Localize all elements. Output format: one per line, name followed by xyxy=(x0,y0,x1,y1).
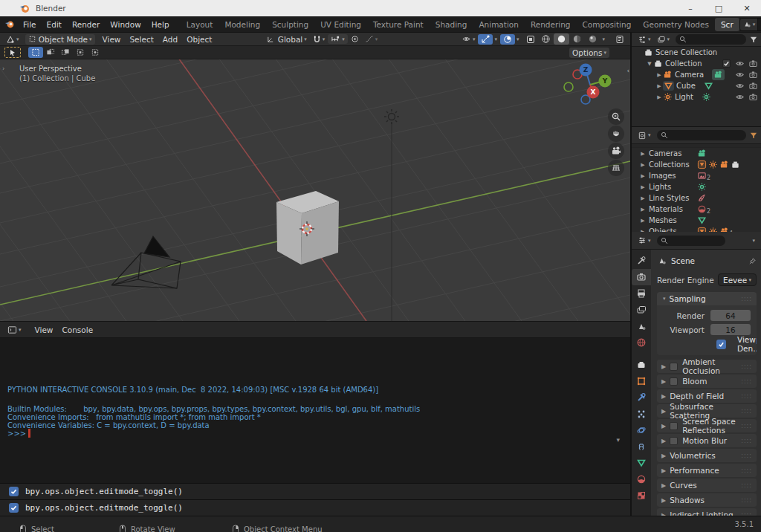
properties-tab-scene[interactable] xyxy=(632,318,651,334)
panel-grip-icon[interactable]: :::: xyxy=(741,497,752,504)
outliner-row-cube[interactable]: ▶Cube xyxy=(632,80,761,91)
render-visibility-icon[interactable] xyxy=(748,70,758,80)
panel-grip-icon[interactable]: :::: xyxy=(741,408,752,415)
proportional-falloff-button[interactable]: ▾ xyxy=(362,34,381,44)
info-log-entry[interactable]: bpy.ops.object.editmode_toggle() xyxy=(0,484,630,500)
light-data-icon-wrap[interactable] xyxy=(702,92,711,102)
expander-icon[interactable]: ▶ xyxy=(639,218,647,224)
workspace-tab-sculpting[interactable]: Sculpting xyxy=(266,18,314,31)
workspace-tab-shading[interactable]: Shading xyxy=(430,18,473,31)
visibility-eye-icon[interactable] xyxy=(735,81,745,91)
render-visibility-icon[interactable] xyxy=(748,92,758,102)
properties-tab-output[interactable] xyxy=(632,285,651,302)
console-prompt-row[interactable]: >>> xyxy=(7,429,30,438)
properties-tab-data[interactable] xyxy=(632,455,651,471)
app-menu-window[interactable]: Window xyxy=(105,19,146,30)
properties-tab-modifiers[interactable] xyxy=(632,389,651,406)
panel-checkbox[interactable] xyxy=(670,377,678,386)
outliner-row-light[interactable]: ▶Light xyxy=(632,91,761,103)
filter-funnel-icon[interactable] xyxy=(749,132,758,140)
expander-icon[interactable]: ▶ xyxy=(639,207,647,213)
mesh-data-icon-wrap[interactable] xyxy=(704,81,713,91)
shading-solid-button[interactable] xyxy=(554,33,569,45)
select-mode-extend-button[interactable] xyxy=(43,48,58,57)
maximize-button[interactable]: □ xyxy=(705,0,733,16)
properties-tab-texture[interactable] xyxy=(632,487,651,504)
panel-grip-icon[interactable]: :::: xyxy=(741,438,752,444)
info-log-entry[interactable]: bpy.ops.object.editmode_toggle() xyxy=(0,500,630,516)
panel-performance[interactable]: ▶Performance:::: xyxy=(657,464,757,477)
proportional-editing-toggle[interactable] xyxy=(348,34,362,44)
expander-icon[interactable]: ▶ xyxy=(655,83,663,89)
viewport-menu-view[interactable]: View xyxy=(98,33,126,45)
panel-grip-icon[interactable]: :::: xyxy=(741,363,752,370)
panel-grip-icon[interactable]: :::: xyxy=(741,423,752,429)
expander-icon[interactable]: ▶ xyxy=(639,151,647,157)
select-mode-new-button[interactable] xyxy=(28,47,43,58)
data-display-mode-button[interactable]: ▾ xyxy=(635,131,654,140)
render-visibility-icon[interactable] xyxy=(748,81,758,91)
region-chevron-icon[interactable]: › xyxy=(2,65,4,72)
orientation-selector[interactable]: Global▾ xyxy=(264,34,309,45)
properties-tab-render[interactable] xyxy=(632,269,651,285)
chevron-down-icon[interactable]: ▾ xyxy=(516,36,519,42)
properties-tab-material[interactable] xyxy=(632,471,651,487)
outliner-row-scene-collection[interactable]: Scene Collection xyxy=(632,47,761,58)
log-checkbox[interactable] xyxy=(9,487,19,496)
data-row-meshes[interactable]: ▶Meshes xyxy=(632,215,761,226)
panel-grip-icon[interactable]: :::: xyxy=(741,452,752,459)
move-view-button[interactable] xyxy=(608,126,624,142)
options-button[interactable]: Options▾ xyxy=(569,48,609,58)
minimize-button[interactable]: – xyxy=(676,0,705,16)
python-console[interactable]: PYTHON INTERACTIVE CONSOLE 3.10.9 (main,… xyxy=(0,338,630,483)
viewport-3d[interactable]: › User Perspective (1) Collection | Cube… xyxy=(0,59,630,321)
properties-tab-viewlayer[interactable] xyxy=(632,302,651,318)
panel-checkbox[interactable] xyxy=(670,363,678,371)
shading-rendered-button[interactable] xyxy=(585,33,600,45)
panel-grip-icon[interactable]: :::: xyxy=(741,296,752,302)
outliner-row-camera[interactable]: ▶Camera xyxy=(632,69,761,80)
navigation-gizmo[interactable]: Z Y X xyxy=(559,62,614,116)
panel-grip-icon[interactable]: :::: xyxy=(741,378,752,385)
workspace-tab-texture-paint[interactable]: Texture Paint xyxy=(367,18,430,31)
outliner-row-collection[interactable]: ▼Collection xyxy=(632,58,761,69)
panel-curves[interactable]: ▶Curves:::: xyxy=(657,479,757,492)
gizmos-toggle[interactable] xyxy=(478,34,493,45)
workspace-tab-modeling[interactable]: Modeling xyxy=(218,18,266,31)
scene-selector[interactable]: ▾ Scene xyxy=(739,18,761,31)
overlays-toggle[interactable] xyxy=(500,34,515,45)
data-search-input[interactable] xyxy=(657,130,746,140)
app-menu-render[interactable]: Render xyxy=(67,19,105,30)
sampling-panel-header[interactable]: ▾ Sampling :::: xyxy=(657,292,757,305)
properties-tab-world[interactable] xyxy=(632,334,651,351)
snap-toggle[interactable]: ▾ xyxy=(310,34,328,44)
workspace-tab-rendering[interactable]: Rendering xyxy=(525,18,577,31)
shading-wireframe-button[interactable] xyxy=(538,33,554,45)
properties-tab-constraints[interactable] xyxy=(632,438,651,455)
expander-icon[interactable]: ▶ xyxy=(639,162,647,168)
shading-material-button[interactable] xyxy=(569,33,585,45)
panel-grip-icon[interactable]: :::: xyxy=(741,467,752,474)
active-tool-button[interactable] xyxy=(4,47,21,58)
panel-motion-blur[interactable]: ▶Motion Blur:::: xyxy=(657,434,757,447)
panel-bloom[interactable]: ▶Bloom:::: xyxy=(657,374,757,388)
panel-grip-icon[interactable]: :::: xyxy=(741,393,752,400)
blender-menu-button[interactable] xyxy=(4,19,15,30)
properties-tab-physics[interactable] xyxy=(632,422,651,438)
panel-volumetrics[interactable]: ▶Volumetrics:::: xyxy=(657,449,757,462)
data-row-materials[interactable]: ▶Materials2 xyxy=(632,204,761,215)
workspace-tab-layout[interactable]: Layout xyxy=(181,18,219,31)
log-checkbox[interactable] xyxy=(9,503,19,513)
sidebar-book-icon[interactable] xyxy=(612,34,627,45)
editor-type-button[interactable]: ▾ xyxy=(3,34,22,45)
sidebar-toggle-arrow[interactable]: ‹ xyxy=(626,67,629,74)
zoom-button[interactable] xyxy=(608,108,624,125)
panel-checkbox[interactable] xyxy=(670,422,678,430)
data-row-images[interactable]: ▶Images2 xyxy=(632,170,761,181)
data-row-line-styles[interactable]: ▶Line Styles xyxy=(632,192,761,204)
console-menu-console[interactable]: Console xyxy=(57,324,97,336)
render-engine-dropdown[interactable]: Eevee▾ xyxy=(718,273,757,286)
console-editor-type-button[interactable]: ▾ xyxy=(4,325,25,335)
render-visibility-icon[interactable] xyxy=(748,59,758,68)
properties-search-input[interactable] xyxy=(657,236,725,246)
